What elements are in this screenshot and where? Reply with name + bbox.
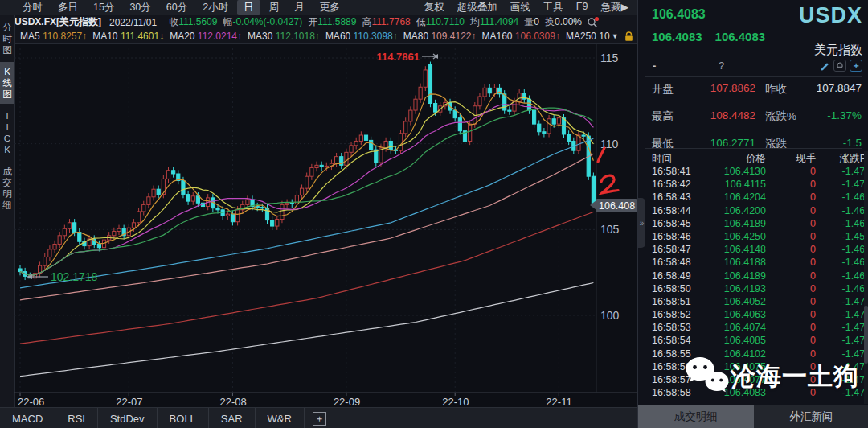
ma-item-MA250: MA250 10 xyxy=(566,31,610,42)
add-plus-icon[interactable]: ＋ xyxy=(850,60,862,72)
svg-text:102.1718: 102.1718 xyxy=(51,270,98,283)
chevron-down-icon[interactable]: ▼ xyxy=(612,32,619,40)
sidebar-item-TICK[interactable]: TICK xyxy=(0,106,14,159)
stat-value: 106.2771 xyxy=(685,137,755,149)
stat-value: -1.5 xyxy=(799,137,862,149)
alert-bell-icon[interactable] xyxy=(833,60,846,72)
svg-text:114.7861: 114.7861 xyxy=(376,51,420,63)
panel-collapse-handle[interactable]: » xyxy=(638,198,645,248)
instrument-name: 美元指数 xyxy=(814,43,862,58)
indicator-tab-SAR[interactable]: SAR xyxy=(209,408,256,428)
period-tab-日[interactable]: 日 xyxy=(237,0,260,15)
tool-F9[interactable]: F9 xyxy=(571,0,594,15)
stat-label: 涨跌 xyxy=(765,137,787,151)
ma-value: 112.1018↑ xyxy=(276,31,320,42)
tick-row: 16:58:44106.42000-1.4647 xyxy=(638,205,868,218)
ma-item-MA30: MA30 112.1018↑ xyxy=(248,31,320,42)
ma-label: MA60 xyxy=(326,31,354,42)
panel-tab-外汇新闻[interactable]: 外汇新闻 xyxy=(754,405,868,428)
ma-item-MA20: MA20 112.0214↑ xyxy=(170,31,242,42)
tool-急藏▶[interactable]: 急藏▶ xyxy=(595,0,634,15)
tick-price: 106.4188 xyxy=(700,257,766,270)
watermark: 沧海一土狗 xyxy=(683,354,859,399)
quote-action-icons: ＋ xyxy=(819,60,862,72)
tool-超级叠加[interactable]: 超级叠加 xyxy=(452,0,503,15)
indicator-tab-BOLL[interactable]: BOLL xyxy=(158,408,209,428)
tick-pip: -1.4658 xyxy=(816,218,868,231)
tick-price: 106.4250 xyxy=(700,231,766,244)
sidebar-item-成交明细[interactable]: 成交明细 xyxy=(0,162,14,215)
field-label: 量 xyxy=(524,16,534,27)
period-tab-2小时[interactable]: 2小时 xyxy=(196,0,235,15)
tick-row: 16:58:42106.41150-1.4732 xyxy=(638,179,868,191)
tick-col-header: 时间 xyxy=(652,152,700,166)
ma-item-MA10: MA10 111.4601↓ xyxy=(92,31,164,42)
plus-in-box-icon: ＋ xyxy=(313,412,326,426)
stat-row: 最低106.2771涨跌-1.5 xyxy=(638,137,868,153)
field-value: 111.5889 xyxy=(317,16,356,27)
tick-price: 106.4085 xyxy=(700,335,766,348)
tick-row: 16:58:53106.40740-1.4773 xyxy=(638,322,868,335)
sidebar-item-分时图[interactable]: 分时图 xyxy=(0,18,14,60)
indicator-tab-StdDev[interactable]: StdDev xyxy=(98,408,158,428)
field-换: 换0.00% xyxy=(545,15,582,29)
period-tab-周[interactable]: 周 xyxy=(263,0,286,15)
quote-date: 2022/11/01 xyxy=(109,17,157,28)
period-tab-月[interactable]: 月 xyxy=(288,0,311,15)
tick-hand: 0 xyxy=(766,270,816,283)
period-tab-15分[interactable]: 15分 xyxy=(87,0,121,15)
tick-scrollbar[interactable] xyxy=(864,151,868,404)
period-tab-分时[interactable]: 分时 xyxy=(16,0,49,15)
field-高: 高111.7768 xyxy=(362,15,410,29)
tick-time: 16:58:54 xyxy=(652,335,700,348)
field-value: 110.7110 xyxy=(426,16,465,27)
edit-pencil-icon[interactable] xyxy=(819,60,830,71)
search-alert-icon[interactable] xyxy=(587,16,600,28)
tool-画线[interactable]: 画线 xyxy=(505,0,536,15)
tick-col-header: 现手 xyxy=(766,152,816,166)
field-label: 换 xyxy=(545,16,555,27)
tick-pip: -1.4659 xyxy=(816,257,868,270)
tick-hand: 0 xyxy=(766,218,816,231)
bid-price: 106.4083 xyxy=(652,30,702,43)
ma-values: MA5 110.8257↑MA10 111.4601↓MA20 112.0214… xyxy=(14,31,610,42)
indicator-tab-W&R[interactable]: W&R xyxy=(256,408,305,428)
svg-text:22-07: 22-07 xyxy=(116,396,142,407)
field-value: 111.7768 xyxy=(371,16,410,27)
tick-price: 106.4148 xyxy=(700,244,766,257)
indicator-tab-MACD[interactable]: MACD xyxy=(0,408,55,428)
tool-复权[interactable]: 复权 xyxy=(419,0,450,15)
tick-price: 106.4193 xyxy=(700,283,766,296)
tick-pip: -1.4597 xyxy=(816,231,868,244)
tick-row: 16:58:52106.40630-1.4784 xyxy=(638,309,868,322)
tick-row: 16:58:41106.41300-1.4717 xyxy=(638,166,868,179)
svg-text:115: 115 xyxy=(600,51,619,64)
field-label: 开 xyxy=(308,16,317,27)
tick-time: 16:58:49 xyxy=(652,270,700,283)
divider xyxy=(645,148,862,149)
period-tab-多日[interactable]: 多日 xyxy=(51,0,84,15)
tick-row: 16:58:50106.41930-1.4654 xyxy=(638,283,868,296)
tick-hand: 0 xyxy=(766,244,816,257)
period-tab-30分[interactable]: 30分 xyxy=(123,0,157,15)
ma-item-MA160: MA160 106.0309↑ xyxy=(481,31,559,42)
panel-tab-成交明细[interactable]: 成交明细 xyxy=(638,405,754,428)
period-tab-60分[interactable]: 60分 xyxy=(160,0,194,15)
lock-icon[interactable] xyxy=(624,31,633,42)
tick-price: 106.4063 xyxy=(700,309,766,322)
ma-readout-bar: MA5 110.8257↑MA10 111.4601↓MA20 112.0214… xyxy=(14,29,637,44)
tick-table-header: 时间价格现手涨跌PIP xyxy=(638,152,868,166)
tick-pip: -1.4643 xyxy=(816,191,868,204)
tick-hand: 0 xyxy=(766,322,816,335)
last-price: 106.4083 xyxy=(652,7,706,22)
tick-row: 16:58:51106.40520-1.4795 xyxy=(638,296,868,309)
tool-工具[interactable]: 工具 xyxy=(538,0,569,15)
scrollbar-thumb[interactable] xyxy=(864,306,868,364)
sidebar-item-K线图[interactable]: K线图 xyxy=(0,62,14,104)
tick-row: 16:58:46106.42500-1.4597 xyxy=(638,231,868,244)
kline-chart[interactable]: 11511010510022-0622-0722-0822-0922-1022-… xyxy=(14,43,637,407)
indicator-tab-RSI[interactable]: RSI xyxy=(55,408,98,428)
period-tab-更多[interactable]: 更多 xyxy=(313,0,346,15)
stat-value: -1.37% xyxy=(799,109,862,121)
add-indicator-button[interactable]: ＋ xyxy=(305,408,334,428)
